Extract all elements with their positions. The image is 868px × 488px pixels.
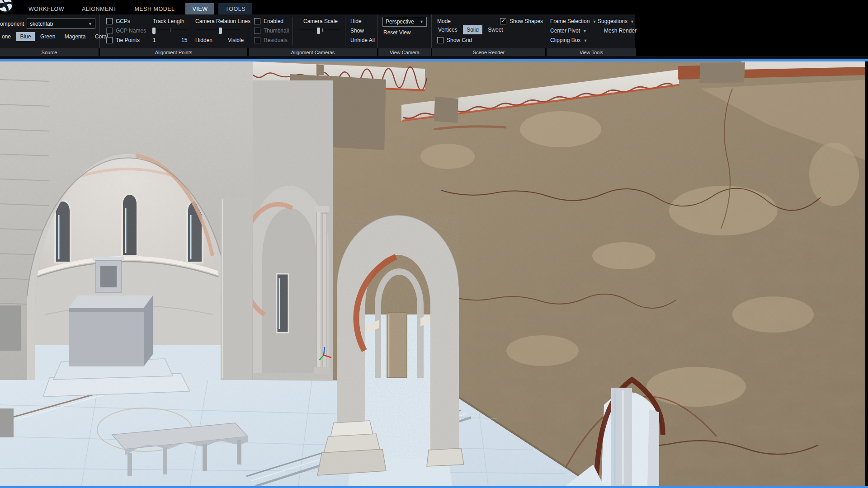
source-color-buttons: one Blue Green Magenta Coral [0,32,112,41]
checkbox-label: Show Grid [447,37,472,43]
track-length-title: Track Length [153,18,184,24]
ribbon-tabs: WORKFLOW ALIGNMENT MESH MODEL VIEW TOOLS [22,3,256,14]
render-mode-buttons: Vertices Solid Sweet [434,25,507,34]
camera-relation-lines-title: Camera Relation Lines [195,18,250,24]
checkbox-label: Thumbnail [264,28,289,34]
source-button-magenta[interactable]: Magenta [61,32,90,41]
source-button-green[interactable]: Green [37,32,59,41]
realitycapture-window: { "app": {"name": "RealityCapture"}, "ri… [0,0,868,488]
source-button-blue[interactable]: Blue [16,32,34,41]
reset-view-button[interactable]: Reset View [383,29,410,36]
group-label-source: Source [0,48,99,56]
chevron-down-icon: ▼ [592,19,596,24]
ribbon: WORKFLOW ALIGNMENT MESH MODEL VIEW TOOLS… [0,0,868,56]
clipping-box-button[interactable]: Clipping Box▼ [550,37,587,43]
viewport-3d[interactable] [0,61,868,486]
track-length-min: 1 [153,37,156,43]
group-label-scene-render: Scene Render [432,48,545,56]
frame-selection-button[interactable]: Frame Selection▼ [550,18,596,24]
center-pivot-button[interactable]: Center Pivot▼ [550,28,587,34]
tab-tools[interactable]: TOOLS [218,3,252,14]
source-button-none[interactable]: one [0,32,14,41]
relation-lines-visible-button[interactable]: Visible [228,37,244,43]
group-alignment-points: GCPs GCP Names Tie Points Track Length 1 [100,14,248,48]
hide-cameras-button[interactable]: Hide [350,18,362,24]
checkbox-tie-points[interactable]: Tie Points [106,37,140,43]
checkbox-label: Residuals [264,37,288,43]
mesh-render-button[interactable]: Mesh Render [604,28,637,34]
group-view-tools: Frame Selection▼ Center Pivot▼ Clipping … [546,14,637,48]
chevron-down-icon: ▼ [630,19,634,24]
checkbox-box[interactable] [106,28,113,34]
mode-solid-button[interactable]: Solid [463,25,482,34]
mode-sweet-button[interactable]: Sweet [484,25,506,34]
checkbox-gcps[interactable]: GCPs [106,18,130,24]
realitycapture-logo-icon[interactable] [0,0,17,16]
camera-relation-lines-slider[interactable] [196,27,241,33]
viewport-right-edge [865,61,868,486]
ribbon-group-labels: Source Alignment Points Alignment Camera… [0,48,637,56]
suggestions-button[interactable]: Suggestions▼ [598,18,634,24]
checkbox-box[interactable] [254,18,260,24]
chevron-down-icon: ▼ [88,22,92,26]
checkbox-box[interactable] [437,37,443,43]
group-view-camera: Perspective ▼ Reset View [378,14,431,48]
checkbox-label: Tie Points [116,37,140,43]
checkbox-label: GCPs [116,18,130,24]
component-value: sketchfab [30,21,53,27]
checkbox-label: Show Shapes [509,18,543,24]
projection-dropdown[interactable]: Perspective ▼ [382,17,427,27]
checkbox-box[interactable] [254,28,260,34]
group-source: omponent sketchfab ▼ one Blue Green Mage… [0,14,99,48]
viewport-3d-scene [0,61,868,486]
checkbox-box[interactable] [106,37,113,43]
mode-label: Mode [437,18,451,24]
tab-workflow[interactable]: WORKFLOW [22,3,71,14]
component-label: omponent [0,21,24,27]
checkbox-residuals[interactable]: Residuals [254,37,288,43]
group-label-alignment-cameras: Alignment Cameras [249,48,377,56]
tab-view[interactable]: VIEW [185,3,214,14]
show-cameras-button[interactable]: Show [350,28,364,34]
checkbox-box[interactable] [500,18,506,24]
checkbox-box[interactable] [106,18,113,24]
camera-scale-title: Camera Scale [303,18,338,24]
group-label-alignment-points: Alignment Points [100,48,247,56]
track-length-max: 15 [181,37,187,43]
unhide-all-button[interactable]: Unhide All [350,37,375,43]
group-alignment-cameras: Enabled Thumbnail Residuals Camera Scale [248,14,377,48]
projection-value: Perspective [386,19,414,25]
group-label-view-tools: View Tools [547,48,636,56]
relation-lines-hidden-button[interactable]: Hidden [195,37,212,43]
chevron-down-icon: ▼ [420,19,424,24]
component-dropdown[interactable]: sketchfab ▼ [27,19,95,29]
viewport-border-bottom [0,486,868,488]
chevron-down-icon: ▼ [583,38,587,43]
checkbox-enabled[interactable]: Enabled [254,18,283,24]
scene-grain [0,61,865,486]
group-label-view-camera: View Camera [378,48,431,56]
checkbox-box[interactable] [254,37,260,43]
camera-scale-slider[interactable] [299,27,340,33]
checkbox-label: GCP Names [116,28,146,34]
chevron-down-icon: ▼ [583,29,587,33]
checkbox-show-shapes[interactable]: Show Shapes [500,18,543,24]
track-length-slider[interactable] [152,27,188,33]
ribbon-viewport-gap [0,56,868,59]
tab-alignment[interactable]: ALIGNMENT [75,3,123,14]
checkbox-show-grid[interactable]: Show Grid [437,37,472,43]
tab-mesh-model[interactable]: MESH MODEL [127,3,181,14]
checkbox-thumbnail[interactable]: Thumbnail [254,28,289,34]
checkbox-label: Enabled [264,18,283,24]
ribbon-controls: omponent sketchfab ▼ one Blue Green Mage… [0,14,635,48]
group-scene-render: Mode Show Shapes Vertices Solid Sweet Sh… [432,14,546,48]
mode-vertices-button[interactable]: Vertices [434,25,461,34]
checkbox-gcp-names[interactable]: GCP Names [106,28,146,34]
